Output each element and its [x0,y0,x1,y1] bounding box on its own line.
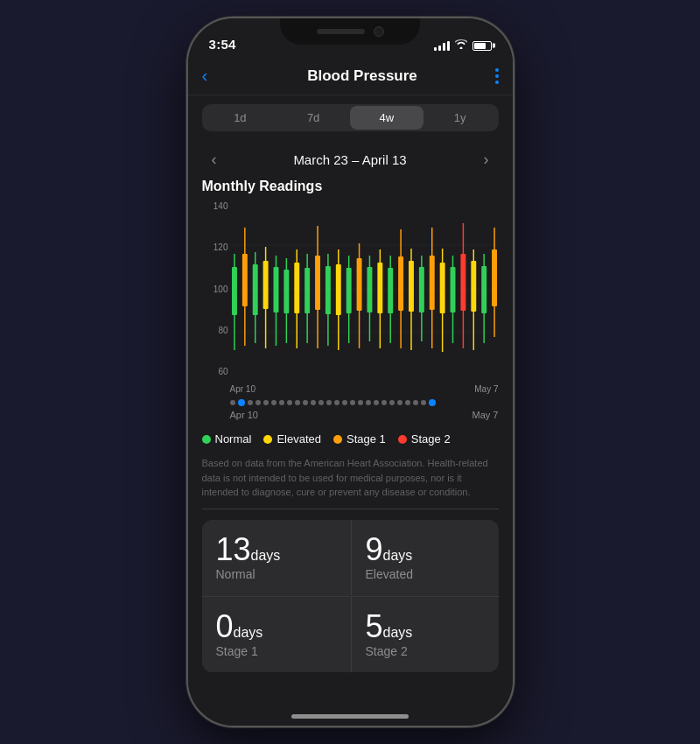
stat-stage2-label: Stage 2 [366,644,485,658]
legend-stage2-label: Stage 2 [411,432,451,446]
blood-pressure-chart: 140 120 100 80 60 [202,201,499,394]
timeline-start-date: Apr 10 [230,410,258,420]
next-date-button[interactable]: › [474,147,499,172]
battery-fill [474,43,486,49]
legend-stage1: Stage 1 [333,432,386,446]
timeline-dot [295,400,300,405]
phone-screen: 3:54 [188,18,513,726]
timeline-dot [413,400,418,405]
stat-elevated-unit: days [383,548,413,563]
camera [374,26,384,37]
speaker [317,29,365,34]
stat-stage1-unit: days [234,625,263,640]
chart-y-axis: 140 120 100 80 60 [202,201,228,376]
timeline-dot [263,400,269,405]
timeline-dot [318,400,324,405]
timeline-dot [350,400,355,405]
disclaimer-text: Based on data from the American Heart As… [188,451,513,509]
legend-elevated-dot [263,435,272,444]
timeline-dot [279,400,284,405]
x-label-start: Apr 10 [230,384,256,394]
wifi-icon [455,39,467,52]
timeline-dot [405,400,410,405]
legend-stage1-label: Stage 1 [346,432,386,446]
timeline-dot [256,400,261,405]
stat-elevated-label: Elevated [366,567,485,581]
timeline-dot-active [238,399,245,406]
stat-normal-unit: days [251,548,281,563]
tabs-bar: 1d 7d 4w 1y [202,104,499,131]
phone-frame: 3:54 [186,17,514,727]
home-indicator [291,714,409,719]
tab-1d[interactable]: 1d [204,106,277,130]
status-time: 3:54 [209,37,236,52]
chart-legend: Normal Elevated Stage 1 Stage 2 [188,427,513,451]
signal-icon [434,41,450,51]
timeline-dot-end [429,399,436,406]
timeline-dot [287,400,292,405]
stat-stage1-number: 0 [216,608,234,644]
stat-stage2-number: 5 [366,608,383,644]
tab-7d[interactable]: 7d [276,106,350,130]
timeline-dot [421,400,426,405]
legend-normal-dot [202,435,211,444]
timeline-end-date: May 7 [472,410,499,420]
y-label-140: 140 [202,201,228,211]
stat-elevated-number: 9 [366,531,383,567]
stat-elevated: 9days Elevated [351,520,499,595]
page-title: Blood Pressure [307,67,417,85]
x-label-end: May 7 [474,384,498,394]
stat-stage1: 0days Stage 1 [202,596,350,672]
y-label-80: 80 [202,326,228,335]
y-label-100: 100 [202,284,228,294]
tab-4w[interactable]: 4w [350,106,424,130]
timeline-dot [374,400,379,405]
prev-date-button[interactable]: ‹ [202,147,227,172]
chart-svg [230,201,499,376]
stat-normal-label: Normal [216,567,336,581]
timeline-dot [303,400,308,405]
tab-1y[interactable]: 1y [424,106,497,130]
timeline-dot [248,400,253,405]
stat-stage2-unit: days [383,625,413,640]
stat-normal: 13days Normal [202,520,350,595]
status-icons [434,39,492,52]
timeline-dot [311,400,316,405]
timeline-dot [358,400,363,405]
timeline-dates: Apr 10 May 7 [188,410,513,427]
y-label-60: 60 [202,367,228,376]
timeline-scrubber[interactable] [188,394,513,410]
chart-x-axis: Apr 10 May 7 [230,384,499,394]
back-button[interactable]: ‹ [202,66,230,86]
legend-normal-label: Normal [215,432,252,446]
timeline-dot [389,400,395,405]
date-navigation: ‹ March 23 – April 13 › [188,140,513,175]
stat-stage1-label: Stage 1 [216,644,336,658]
legend-elevated-label: Elevated [276,432,321,446]
chart-title: Monthly Readings [202,179,499,194]
stats-grid: 13days Normal 9days Elevated 0days Stage… [202,520,499,672]
battery-icon [472,41,492,51]
navigation-header: ‹ Blood Pressure [188,57,513,95]
phone-notch [280,18,420,45]
timeline-dot [382,400,387,405]
legend-normal: Normal [202,432,252,446]
timeline-dot [326,400,332,405]
timeline-dot [334,400,340,405]
timeline-dot [271,400,276,405]
timeline-dot [397,400,402,405]
divider [202,509,499,509]
time-range-tabs: 1d 7d 4w 1y [188,95,513,140]
stat-stage2: 5days Stage 2 [351,596,499,672]
legend-stage2-dot [398,435,407,444]
stat-normal-number: 13 [216,531,251,567]
timeline-dot [230,400,235,405]
date-range-label: March 23 – April 13 [293,152,406,167]
chart-section: Monthly Readings 140 120 100 80 60 [188,175,513,394]
legend-elevated: Elevated [263,432,321,446]
more-button[interactable] [495,68,499,84]
legend-stage2: Stage 2 [398,432,451,446]
chart-plot-area [230,201,499,376]
timeline-dot [366,400,371,405]
y-label-120: 120 [202,242,228,252]
